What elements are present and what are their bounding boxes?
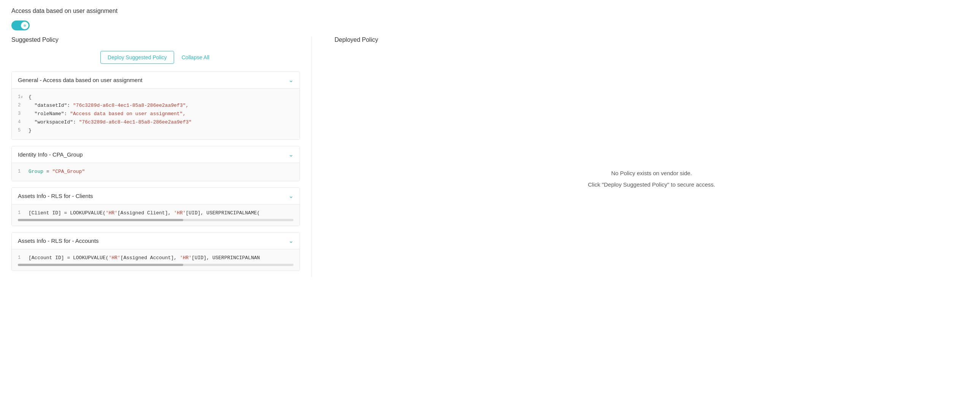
scrollbar[interactable] [18,219,293,221]
code-line: 3 "roleName": "Access data based on user… [18,110,293,118]
toggle-switch[interactable] [11,21,30,30]
chevron-down-icon: ⌄ [288,237,293,244]
section-general-title: General - Access data based on user assi… [18,77,143,83]
section-assets-accounts-title: Assets Info - RLS for - Accounts [18,237,99,244]
empty-message-line2: Click "Deploy Suggested Policy" to secur… [588,179,716,191]
section-assets-accounts: Assets Info - RLS for - Accounts ⌄ 1 [Ac… [11,232,300,271]
main-content: Suggested Policy Deploy Suggested Policy… [11,37,969,277]
deployed-policy-title: Deployed Policy [334,37,969,43]
code-line: 2 "datasetId": "76c3289d-a6c8-4ec1-85a8-… [18,102,293,110]
toggle-row [11,21,969,30]
code-line: 1 Group = "CPA_Group" [18,168,293,176]
code-line: 1 [Account ID] = LOOKUPVALUE('HR'[Assign… [18,254,293,262]
section-assets-clients-title: Assets Info - RLS for - Clients [18,193,93,199]
code-line: 1∨ { [18,93,293,102]
section-identity-header[interactable]: Identity Info - CPA_Group ⌄ [12,146,299,163]
section-identity-code: 1 Group = "CPA_Group" [12,163,299,181]
empty-message-line1: No Policy exists on vendor side. [611,168,692,179]
scrollbar-thumb [18,264,183,266]
section-assets-clients-header[interactable]: Assets Info - RLS for - Clients ⌄ [12,188,299,204]
toggle-knob [21,22,29,29]
section-assets-clients: Assets Info - RLS for - Clients ⌄ 1 [Cli… [11,188,300,226]
deployed-policy-empty: No Policy exists on vendor side. Click "… [334,81,969,277]
page-title: Access data based on user assignment [11,8,969,14]
code-line: 5 } [18,127,293,135]
section-identity: Identity Info - CPA_Group ⌄ 1 Group = "C… [11,146,300,181]
section-general-header[interactable]: General - Access data based on user assi… [12,72,299,89]
left-panel: Suggested Policy Deploy Suggested Policy… [11,37,312,277]
chevron-down-icon: ⌄ [288,192,293,200]
section-general: General - Access data based on user assi… [11,72,300,140]
scrollbar-thumb [18,219,183,221]
page-container: Access data based on user assignment Sug… [0,0,980,285]
section-general-code: 1∨ { 2 "datasetId": "76c3289d-a6c8-4ec1-… [12,89,299,140]
code-line: 4 "workspaceId": "76c3289d-a6c8-4ec1-85a… [18,118,293,127]
section-assets-accounts-code: 1 [Account ID] = LOOKUPVALUE('HR'[Assign… [12,249,299,270]
action-buttons: Deploy Suggested Policy Collapse All [11,51,300,64]
chevron-down-icon: ⌄ [288,151,293,158]
section-assets-accounts-header[interactable]: Assets Info - RLS for - Accounts ⌄ [12,232,299,249]
collapse-all-button[interactable]: Collapse All [180,51,211,64]
scrollbar[interactable] [18,264,293,266]
section-identity-title: Identity Info - CPA_Group [18,151,83,158]
deploy-suggested-policy-button[interactable]: Deploy Suggested Policy [100,51,174,64]
right-panel: Deployed Policy No Policy exists on vend… [312,37,969,277]
chevron-down-icon: ⌄ [288,76,293,84]
section-assets-clients-code: 1 [Client ID] = LOOKUPVALUE('HR'[Assigne… [12,204,299,226]
code-line: 1 [Client ID] = LOOKUPVALUE('HR'[Assigne… [18,209,293,217]
suggested-policy-title: Suggested Policy [11,37,300,43]
